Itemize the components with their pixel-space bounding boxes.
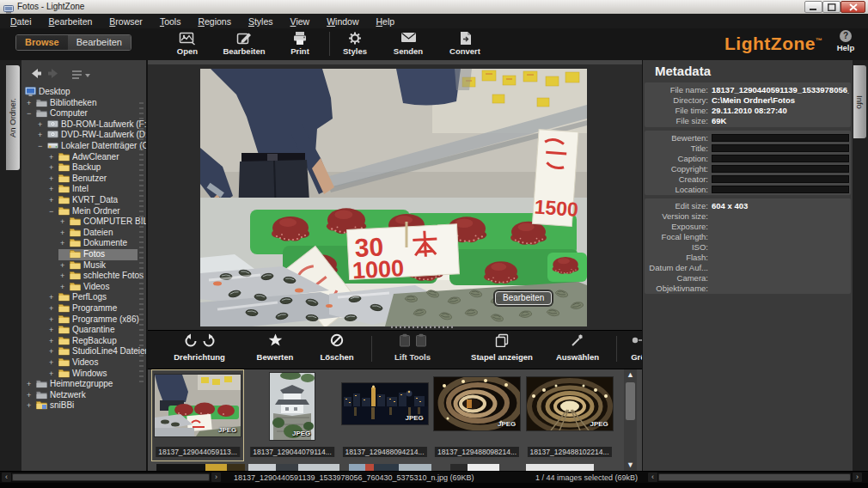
menu-bearbeiten[interactable]: Bearbeiten (40, 15, 101, 28)
back-arrow-icon[interactable] (30, 67, 42, 82)
menu-datei[interactable]: Datei (2, 15, 40, 28)
tree-hscroll-left-icon[interactable]: ‹ (2, 473, 11, 482)
partial-thumbnail[interactable] (248, 464, 339, 471)
field-location[interactable] (712, 186, 849, 193)
tree-item-regbackup[interactable]: +RegBackup (21, 336, 146, 347)
tree-item-computer[interactable]: −Computer (21, 108, 146, 119)
thumbnail-5[interactable]: JPEG18137_129488102214... (524, 371, 614, 460)
list-menu-icon[interactable] (71, 68, 92, 83)
tab-info[interactable]: Info (853, 65, 866, 138)
menu-regions[interactable]: Regions (189, 15, 240, 28)
expander-icon[interactable]: + (60, 228, 64, 238)
field-title[interactable] (712, 144, 849, 152)
scrollbar-thumb[interactable] (626, 382, 635, 420)
tree-hscroll-right-icon[interactable]: › (211, 473, 221, 482)
tree-item-lokaler-datenträger-c[interactable]: −Lokaler Datenträger (C:) (21, 141, 146, 152)
tree-item-dvd-rw-laufwerk-d[interactable]: +DVD-RW-Laufwerk (D:) (21, 130, 146, 141)
expander-icon[interactable]: + (49, 336, 53, 346)
expander-icon[interactable]: + (49, 195, 53, 205)
expander-icon[interactable]: − (38, 141, 42, 151)
meta-hscroll-left-icon[interactable]: ‹ (648, 473, 657, 482)
forward-arrow-icon[interactable] (47, 67, 59, 82)
expander-icon[interactable]: + (49, 303, 53, 314)
field-bewerten[interactable] (712, 134, 849, 142)
tree-item-videos[interactable]: +Videos (21, 357, 146, 369)
tree-item-desktop[interactable]: Desktop (21, 87, 146, 98)
convert-button[interactable]: Convert (437, 31, 492, 56)
menu-browser[interactable]: Browser (101, 15, 151, 28)
thumbnail-2[interactable]: JPEG18137_129044079114... (247, 371, 338, 460)
tree-item-backup[interactable]: +Backup (21, 162, 146, 174)
menu-help[interactable]: Help (368, 15, 404, 28)
meta-hscroll-right-icon[interactable]: › (853, 473, 862, 482)
close-button[interactable] (840, 1, 865, 13)
tree-item-musik[interactable]: +Musik (21, 260, 146, 271)
tree-item-programme[interactable]: +Programme (21, 303, 146, 314)
expander-icon[interactable]: − (49, 206, 53, 217)
expander-icon[interactable]: + (38, 119, 42, 130)
tree-item-bibliotheken[interactable]: +Bibliotheken (21, 98, 146, 109)
tree-item-mein-ordner[interactable]: −Mein Ordner (21, 206, 146, 217)
partial-thumbnail[interactable] (450, 464, 499, 471)
tree-item-studioline4-dateien[interactable]: +StudioLine4 Dateien (21, 346, 146, 357)
tree-scrollbar[interactable] (139, 99, 144, 382)
expander-icon[interactable]: + (49, 314, 53, 325)
partial-thumbnail[interactable] (349, 464, 431, 471)
meta-hscrollbar[interactable] (658, 473, 851, 481)
menu-styles[interactable]: Styles (240, 15, 282, 28)
expander-icon[interactable]: + (49, 152, 53, 162)
scroll-up-icon[interactable]: ▲ (624, 369, 637, 381)
expander-icon[interactable]: + (38, 130, 42, 140)
tree-item-kvrt-data[interactable]: +KVRT_Data (21, 195, 146, 206)
thumbnail-1[interactable]: JPEG18137_129044059113... (153, 371, 242, 460)
expander-icon[interactable]: + (49, 292, 53, 302)
help-button[interactable]: ? Help (830, 30, 861, 52)
tree-hscrollbar[interactable] (12, 473, 210, 481)
expander-icon[interactable]: + (49, 346, 53, 357)
partial-thumbnail[interactable] (526, 464, 594, 471)
tree-item-benutzer[interactable]: +Benutzer (21, 174, 146, 185)
stapel-anzeigen-button[interactable]: Stapel anzeigen (461, 333, 543, 362)
field-creator[interactable] (712, 175, 849, 183)
open-button[interactable]: Open (160, 31, 215, 56)
tree-item-computer-bild[interactable]: +COMPUTER BILD (21, 217, 146, 228)
minimize-button[interactable] (804, 1, 822, 13)
tree-item-videos[interactable]: +Videos (21, 282, 146, 293)
menu-window[interactable]: Window (318, 15, 367, 28)
drehrichtung-button[interactable]: Drehrichtung (158, 333, 241, 362)
splitter-handle[interactable] (391, 326, 453, 328)
tree-item-adwcleaner[interactable]: +AdwCleaner (21, 152, 146, 163)
expander-icon[interactable]: + (27, 390, 31, 400)
expander-icon[interactable]: + (60, 217, 64, 227)
styles-button[interactable]: Styles (327, 31, 382, 56)
thumbnail-scrollbar[interactable]: ▲ ▼ (624, 369, 637, 471)
expander-icon[interactable]: + (60, 282, 64, 292)
tree-item-quarantine[interactable]: +Quarantine (21, 325, 146, 336)
grö-button[interactable]: Grö. (598, 333, 642, 362)
tree-item-perflogs[interactable]: +PerfLogs (21, 292, 146, 303)
tree-item-windows[interactable]: +Windows (21, 369, 146, 380)
tab-browse[interactable]: Browse (16, 35, 68, 50)
expander-icon[interactable]: + (49, 357, 53, 368)
expander-icon[interactable]: + (49, 174, 53, 184)
bearbeiten-button[interactable]: Bearbeiten (217, 31, 272, 56)
expander-icon[interactable]: + (27, 379, 31, 389)
tree-item-dokumente[interactable]: +Dokumente (21, 238, 146, 249)
expander-icon[interactable]: + (49, 162, 53, 173)
thumbnail-3[interactable]: JPEG18137_129488094214... (339, 371, 430, 460)
tab-bearbeiten[interactable]: Bearbeiten (68, 35, 131, 50)
tree-item-programme-x86[interactable]: +Programme (x86) (21, 314, 146, 326)
field-copyright[interactable] (712, 165, 849, 173)
tree-item-dateien[interactable]: +Dateien (21, 228, 146, 239)
lift-tools-button[interactable]: Lift Tools (371, 333, 454, 362)
preview-edit-button[interactable]: Bearbeiten (495, 291, 552, 305)
tree-item-bd-rom-laufwerk-f[interactable]: +BD-ROM-Laufwerk (F:) (21, 119, 146, 131)
print-button[interactable]: Print (272, 31, 327, 56)
partial-thumbnail[interactable] (156, 464, 245, 471)
expander-icon[interactable]: + (49, 325, 53, 335)
maximize-button[interactable] (822, 1, 840, 13)
scroll-down-icon[interactable]: ▼ (624, 460, 637, 471)
expander-icon[interactable]: + (60, 238, 64, 248)
thumbnail-4[interactable]: JPEG18137_129488098214... (431, 371, 523, 460)
expander-icon[interactable]: + (60, 260, 64, 271)
